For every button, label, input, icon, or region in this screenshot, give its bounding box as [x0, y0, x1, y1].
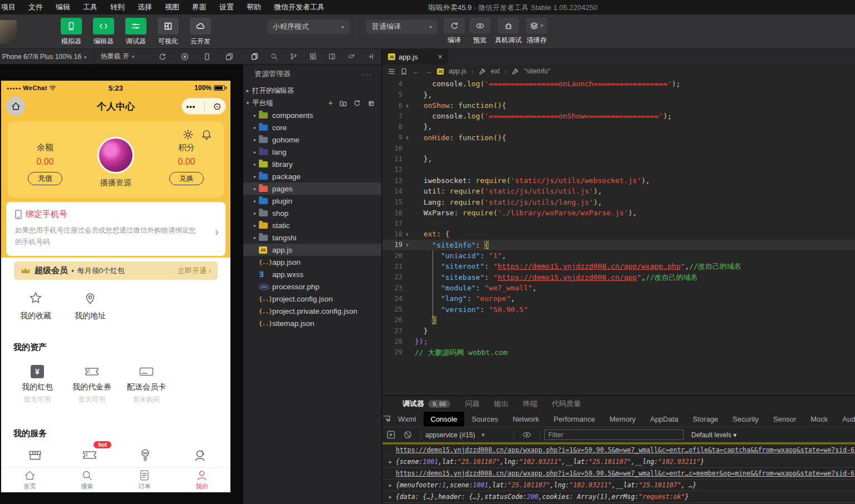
- tree-item-project.private.config.json[interactable]: {..}project.private.config.json: [243, 305, 381, 317]
- new-file-icon[interactable]: +: [328, 98, 333, 107]
- tree-item-project.config.json[interactable]: {..}project.config.json: [243, 293, 381, 305]
- avatar[interactable]: [97, 137, 134, 174]
- console-row-2[interactable]: https://demo15.ynjdzzd008.cn/app/wxapp.p…: [382, 468, 855, 480]
- files-icon[interactable]: [251, 52, 258, 61]
- menu-item[interactable]: 设置: [219, 2, 234, 12]
- user-avatar[interactable]: [0, 20, 17, 43]
- menu-item[interactable]: 视图: [165, 2, 179, 12]
- tree-item-gohome[interactable]: ▸gohome: [243, 134, 381, 146]
- extensions-icon[interactable]: [309, 52, 317, 61]
- action-button-compile[interactable]: 编译: [444, 18, 465, 45]
- tree-item-lang[interactable]: ▸lang: [243, 146, 381, 158]
- clear-console-button[interactable]: [399, 431, 416, 439]
- tree-item-shop[interactable]: ▸shop: [243, 207, 381, 219]
- service-item-1[interactable]: hot: [77, 448, 102, 470]
- quick-link-0[interactable]: 我的收藏: [12, 291, 59, 321]
- menu-item[interactable]: 工具: [83, 2, 97, 12]
- run-button[interactable]: [382, 431, 399, 439]
- menu-item[interactable]: 转到: [110, 2, 125, 12]
- code-line-6[interactable]: 6∨ onShow: function(){: [382, 100, 855, 111]
- tabbar-search[interactable]: 搜索: [58, 468, 116, 492]
- new-folder-icon[interactable]: [340, 100, 347, 107]
- mode-button-visual[interactable]: 可视化: [155, 18, 181, 46]
- expand-icon[interactable]: ▶: [389, 483, 396, 488]
- console-row-3[interactable]: ▶{menufooter: 1, scene: 1001, lat: "25.1…: [382, 480, 855, 491]
- code-line-20[interactable]: 20 "uniacid": "1",: [382, 250, 855, 261]
- open-editors-section[interactable]: ▸ 打开的编辑器: [243, 85, 381, 97]
- hot-reload-toggle[interactable]: 热重载 开▾: [101, 52, 135, 61]
- expand-icon[interactable]: ▶: [389, 495, 396, 500]
- editor-layout-icon[interactable]: [328, 52, 336, 61]
- tabbar-home[interactable]: 首页: [1, 468, 58, 492]
- breadcrumb-file[interactable]: app.js: [449, 67, 466, 75]
- menu-item[interactable]: 微信开发者工具: [274, 2, 325, 12]
- menu-item[interactable]: 界面: [192, 2, 207, 12]
- code-line-23[interactable]: 23 "module": "we7_wmall",: [382, 283, 855, 293]
- devtools-tab-Network[interactable]: Network: [505, 412, 547, 427]
- exit-icon[interactable]: ⊙: [213, 102, 221, 111]
- mode-button-simulator[interactable]: 模拟器: [58, 18, 85, 46]
- forward-icon[interactable]: →: [425, 67, 432, 76]
- filter-input[interactable]: [544, 429, 684, 440]
- code-line-16[interactable]: 16 WxParse: require('./library/wxParse/w…: [382, 207, 855, 218]
- console-row-1[interactable]: ▶{scene: 1001, lat: "25.101107", lng: "1…: [382, 456, 855, 468]
- tree-item-package[interactable]: ▸package: [243, 170, 381, 182]
- vip-banner[interactable]: 超级会员 ● 每月领0个红包 立即开通 ›: [14, 261, 218, 280]
- service-item-0[interactable]: [22, 448, 48, 470]
- tree-item-static[interactable]: ▸static: [243, 219, 381, 231]
- search-icon[interactable]: [271, 52, 278, 61]
- close-icon[interactable]: ×: [438, 52, 443, 61]
- code-line-8[interactable]: 8 },: [382, 121, 855, 132]
- tab-appjs[interactable]: JS app.js ×: [382, 49, 448, 65]
- menu-item[interactable]: 选择: [137, 2, 152, 12]
- code-line-15[interactable]: 15 Lang: require('static/js/utils/lang.j…: [382, 197, 855, 207]
- collapse-all-icon[interactable]: [367, 100, 375, 107]
- panel-tab-问题[interactable]: 问题: [465, 399, 479, 409]
- menu-item[interactable]: 帮助: [247, 2, 261, 12]
- code-area[interactable]: 3 onLaunch: function(){4 console.log('==…: [382, 78, 855, 395]
- code-line-11[interactable]: 11 },: [382, 154, 855, 164]
- phone-frame-icon[interactable]: [203, 53, 211, 61]
- expand-icon[interactable]: ▶: [389, 459, 396, 465]
- tabbar-order[interactable]: 订单: [116, 468, 173, 492]
- code-line-24[interactable]: 24 "lang": "europe",: [382, 293, 855, 304]
- bookmark-icon[interactable]: [400, 68, 407, 75]
- tree-item-app.json[interactable]: {..}app.json: [243, 256, 381, 268]
- breadcrumb-scope[interactable]: ext: [491, 67, 500, 75]
- eye-button[interactable]: [518, 431, 535, 439]
- code-line-21[interactable]: 21 "siteroot": "https://demo15.ynjdzzd00…: [382, 261, 855, 271]
- mode-button-cloud[interactable]: 云开发: [187, 18, 214, 46]
- menu-item[interactable]: 项目: [1, 2, 16, 12]
- asset-item-2[interactable]: 配送会员卡暂未购买: [121, 364, 171, 404]
- outline-icon[interactable]: [388, 68, 395, 75]
- service-item-2[interactable]: [132, 448, 158, 470]
- code-line-28[interactable]: 28});: [382, 336, 855, 347]
- levels-select[interactable]: Default levels ▾: [691, 431, 736, 439]
- whale-icon[interactable]: [348, 52, 355, 61]
- action-button-device-debug[interactable]: 真机调试: [495, 18, 522, 45]
- panel-tab-终端[interactable]: 终端: [523, 399, 537, 409]
- devtools-tab-Storage[interactable]: Storage: [686, 412, 726, 427]
- code-line-26[interactable]: 26 }: [382, 315, 855, 325]
- devtools-tab-Memory[interactable]: Memory: [602, 412, 643, 427]
- action-button-clear-cache[interactable]: ▾清缓存: [526, 18, 547, 45]
- code-line-18[interactable]: 18∨ ext: {: [382, 229, 855, 239]
- devtools-tab-Security[interactable]: Security: [725, 412, 766, 427]
- devtools-tab-Console[interactable]: Console: [424, 412, 465, 427]
- code-line-17[interactable]: 17: [382, 218, 855, 229]
- tree-item-pages[interactable]: ▸pages: [243, 182, 381, 195]
- console-row-0[interactable]: https://demo15.ynjdzzd008.cn/app/wxapp.p…: [382, 444, 855, 456]
- compile-select[interactable]: 普通编译▾: [366, 19, 438, 34]
- tree-item-app.wxss[interactable]: ∃app.wxss: [243, 268, 381, 280]
- menu-item[interactable]: 编辑: [56, 2, 70, 12]
- code-line-9[interactable]: 9∨ onHide: function(){: [382, 132, 855, 143]
- project-root-section[interactable]: ▾ 平台端 +: [243, 97, 381, 109]
- code-line-22[interactable]: 22 "sitebase": "https://demo15.ynjdzzd00…: [382, 272, 855, 283]
- code-line-4[interactable]: 4 console.log('================onLaunch=…: [382, 78, 855, 89]
- refresh-icon[interactable]: [159, 53, 166, 61]
- collapse-sidebar-icon[interactable]: [367, 52, 375, 61]
- asset-item-1[interactable]: 我的代金券暂无可用: [67, 364, 117, 404]
- panel-tab-输出[interactable]: 输出: [494, 399, 508, 409]
- tree-item-plugin[interactable]: ▸plugin: [243, 195, 381, 207]
- more-actions-icon[interactable]: ···: [362, 70, 372, 78]
